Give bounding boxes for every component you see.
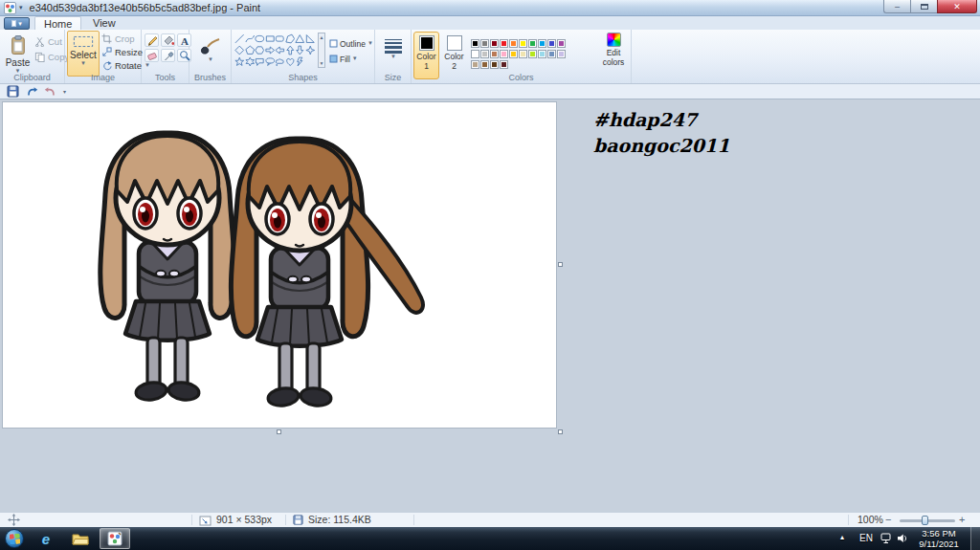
shape-diamond-icon[interactable] — [234, 44, 245, 55]
size-button[interactable]: ▼ — [381, 34, 406, 71]
chevron-down-icon: ▼ — [80, 61, 86, 66]
shape-arrow-down-icon[interactable] — [295, 44, 305, 55]
shape-right-triangle-icon[interactable] — [305, 33, 316, 44]
group-size: ▼ Size — [375, 30, 412, 83]
canvas-size-icon — [199, 516, 212, 526]
shape-rectangle-icon[interactable] — [265, 33, 276, 44]
shape-polygon-icon[interactable] — [285, 33, 296, 44]
copy-button[interactable]: Copy — [34, 51, 69, 63]
qat-customize-caret-icon[interactable]: ▾ — [63, 88, 66, 95]
start-button[interactable] — [5, 529, 24, 548]
pencil-tool-button[interactable] — [145, 33, 159, 47]
cut-button[interactable]: Cut — [34, 35, 62, 48]
redo-button[interactable] — [44, 86, 57, 98]
show-desktop-button[interactable] — [970, 527, 980, 550]
shape-star-4-icon[interactable] — [305, 44, 316, 55]
palette-color-swatch[interactable] — [471, 60, 479, 69]
zoom-in-button[interactable]: + — [959, 513, 965, 527]
drawing-canvas[interactable] — [3, 102, 556, 428]
shape-pentagon-icon[interactable] — [245, 44, 256, 55]
file-size-text: Size: 115.4KB — [308, 513, 371, 527]
brushes-button[interactable]: ▼ — [196, 33, 225, 72]
taskbar-paint-button[interactable] — [100, 528, 130, 549]
taskbar: e ▴ EN 3:56 PM 9/11/2021 — [0, 527, 980, 550]
shape-arrow-right-icon[interactable] — [265, 44, 276, 55]
tab-home[interactable]: Home — [34, 16, 81, 30]
undo-button[interactable] — [25, 86, 38, 98]
group-colors: Color 1 Color 2 Edit colors Colors — [412, 30, 632, 83]
shape-lightning-icon[interactable] — [295, 55, 305, 67]
window-title: e340d539da3bf13e40b56b5c5ad83bef.jpg - P… — [30, 2, 261, 13]
shape-star-6-icon[interactable] — [245, 55, 256, 67]
fill-tool-button[interactable] — [161, 33, 175, 47]
shape-star-5-icon[interactable] — [234, 55, 245, 67]
canvas-resize-handle-bottom[interactable] — [277, 429, 281, 434]
maximize-button[interactable] — [910, 0, 937, 13]
fill-button[interactable]: Fill▼ — [329, 53, 358, 65]
paste-button[interactable]: Paste ▼ — [3, 31, 33, 77]
canvas-resize-handle-corner[interactable] — [558, 429, 563, 434]
file-menu-icon — [11, 20, 16, 27]
application-menu-button[interactable]: ▾ — [4, 17, 30, 30]
group-shapes: ▲ ▼ Outline▼ Fill▼ Shapes — [232, 30, 375, 83]
edit-colors-button[interactable]: Edit colors — [597, 33, 630, 67]
close-button[interactable]: ✕ — [937, 0, 977, 13]
color-picker-tool-button[interactable] — [161, 49, 175, 62]
language-indicator[interactable]: EN — [859, 533, 873, 543]
cut-icon — [34, 36, 45, 47]
group-brushes: ▼ Brushes — [189, 30, 232, 83]
network-icon[interactable] — [880, 533, 892, 544]
zoom-slider-thumb[interactable] — [922, 516, 928, 525]
canvas-artwork-two-chibi-girls — [3, 102, 556, 428]
fill-bucket-icon — [163, 34, 174, 46]
shape-arrow-left-icon[interactable] — [275, 44, 285, 55]
zoom-out-button[interactable]: − — [885, 513, 891, 527]
shape-callout-oval-icon[interactable] — [265, 55, 276, 67]
copy-icon — [34, 52, 45, 62]
hidden-icons-chevron[interactable]: ▴ — [840, 533, 844, 541]
eraser-tool-button[interactable] — [145, 49, 159, 62]
shape-heart-icon[interactable] — [285, 55, 296, 67]
palette-color-swatch[interactable] — [500, 60, 508, 69]
titlebar[interactable]: ▾ e340d539da3bf13e40b56b5c5ad83bef.jpg -… — [0, 0, 980, 16]
speaker-icon[interactable] — [897, 533, 908, 544]
color2-swatch — [447, 35, 462, 51]
text-icon: A — [179, 34, 190, 46]
shape-callout-cloud-icon[interactable] — [275, 55, 285, 67]
shape-hexagon-icon[interactable] — [255, 44, 265, 55]
girl-left — [100, 133, 234, 402]
canvas-resize-handle-right[interactable] — [558, 262, 563, 267]
minimize-button[interactable]: – — [883, 0, 910, 13]
shape-oval-icon[interactable] — [255, 33, 265, 44]
shape-rounded-rectangle-icon[interactable] — [275, 33, 285, 44]
save-button[interactable] — [7, 85, 19, 98]
shape-arrow-up-icon[interactable] — [285, 44, 296, 55]
quick-access-caret-icon[interactable]: ▾ — [19, 4, 23, 11]
tab-view[interactable]: View — [84, 16, 124, 30]
watermark-text: #hdap247 baongoc2011 — [593, 107, 730, 159]
chevron-down-icon: ▼ — [390, 55, 396, 59]
shape-line-icon[interactable] — [234, 33, 245, 44]
group-label-tools: Tools — [142, 73, 189, 82]
palette-color-swatch[interactable] — [490, 60, 499, 69]
shape-curve-icon[interactable] — [245, 33, 256, 44]
chevron-down-icon: ▾ — [18, 20, 22, 28]
shapes-scrollbar[interactable]: ▲ ▼ — [318, 33, 325, 68]
crop-button[interactable]: Crop — [101, 33, 135, 45]
svg-text:A: A — [181, 35, 189, 47]
scroll-down-icon[interactable]: ▼ — [320, 60, 324, 66]
color1-swatch — [419, 35, 434, 51]
resize-button[interactable]: Resize — [101, 46, 143, 58]
shape-callout-rounded-icon[interactable] — [255, 55, 265, 67]
taskbar-clock[interactable]: 3:56 PM 9/11/2021 — [911, 528, 967, 549]
taskbar-explorer-button[interactable] — [65, 528, 96, 549]
scroll-up-icon[interactable]: ▲ — [320, 34, 324, 40]
outline-button[interactable]: Outline▼ — [329, 37, 373, 50]
chevron-down-icon: ▼ — [208, 57, 213, 62]
pencil-icon — [146, 34, 158, 46]
shape-triangle-icon[interactable] — [295, 33, 305, 44]
group-tools: A — [142, 30, 189, 83]
select-button[interactable]: Select ▼ — [67, 31, 100, 77]
palette-color-swatch[interactable] — [480, 60, 489, 69]
taskbar-internet-explorer-button[interactable]: e — [31, 528, 61, 549]
